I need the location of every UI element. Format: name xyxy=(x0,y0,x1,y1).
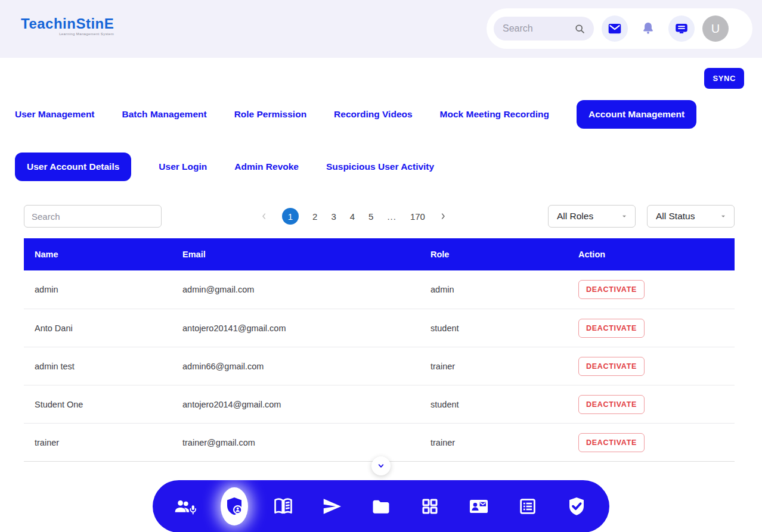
grid-icon xyxy=(420,496,440,517)
chevron-down-icon xyxy=(621,213,628,220)
shield-check-icon xyxy=(566,496,587,517)
deactivate-button[interactable]: DEACTIVATE xyxy=(578,280,645,299)
list-icon xyxy=(518,496,538,517)
chevron-down-icon xyxy=(376,461,386,471)
shield-user-icon xyxy=(224,496,245,517)
table-row: Anto Dani antojero20141@gmail.com studen… xyxy=(24,309,735,347)
cell-role: student xyxy=(430,323,578,333)
nav-send[interactable] xyxy=(318,496,346,517)
main-tab-bar: User Management Batch Management Role Pe… xyxy=(15,100,696,129)
nav-courses[interactable] xyxy=(270,495,297,518)
deactivate-button[interactable]: DEACTIVATE xyxy=(578,319,645,338)
tab-recording-videos[interactable]: Recording Videos xyxy=(334,109,413,120)
column-header-role: Role xyxy=(430,250,578,259)
page-ellipsis: ... xyxy=(387,211,397,222)
nav-dashboard[interactable] xyxy=(416,496,444,517)
nav-contact[interactable] xyxy=(465,495,492,518)
top-header: TeachinStinE Learning Management System xyxy=(0,0,762,58)
sub-tab-bar: User Account Details User Login Admin Re… xyxy=(15,153,434,181)
sync-button[interactable]: SYNC xyxy=(704,68,744,89)
header-toolbar: U xyxy=(487,8,752,49)
tab-batch-management[interactable]: Batch Management xyxy=(122,109,207,120)
open-book-icon xyxy=(272,495,295,518)
deactivate-button[interactable]: DEACTIVATE xyxy=(578,395,645,414)
folder-icon xyxy=(370,496,392,517)
table-row: trainer trainer@gmail.com trainer DEACTI… xyxy=(24,423,735,461)
mail-icon xyxy=(607,21,622,36)
active-nav-highlight xyxy=(221,487,248,525)
cell-name: admin xyxy=(24,285,182,294)
table-header-row: Name Email Role Action xyxy=(24,238,735,270)
table-search-input[interactable] xyxy=(24,205,162,228)
nav-users-mic[interactable] xyxy=(172,496,199,517)
nav-forms[interactable] xyxy=(514,496,541,517)
deactivate-button[interactable]: DEACTIVATE xyxy=(578,433,645,452)
nav-files[interactable] xyxy=(367,496,395,517)
pagination: 1 2 3 4 5 ... 170 xyxy=(260,208,447,225)
subtab-user-login[interactable]: User Login xyxy=(159,161,207,172)
cell-role: trainer xyxy=(430,438,578,447)
notifications-button[interactable] xyxy=(636,21,661,36)
roles-filter-select[interactable]: All Roles xyxy=(548,205,636,228)
page-button[interactable]: 4 xyxy=(350,211,355,222)
table-row: admin test admin66@gmail.com trainer DEA… xyxy=(24,347,735,385)
subtab-admin-revoke[interactable]: Admin Revoke xyxy=(234,161,299,172)
search-icon xyxy=(574,23,586,35)
cell-email: antojero2014@gmail.com xyxy=(182,400,430,409)
cell-name: Student One xyxy=(24,400,182,409)
user-avatar[interactable]: U xyxy=(702,15,729,42)
subtab-user-account-details[interactable]: User Account Details xyxy=(15,153,131,181)
cell-email: antojero20141@gmail.com xyxy=(182,323,430,333)
column-header-email: Email xyxy=(182,250,430,259)
page-button[interactable]: 3 xyxy=(331,211,336,222)
table-row: admin admin@gmail.com admin DEACTIVATE xyxy=(24,270,735,309)
column-header-action: Action xyxy=(578,250,735,259)
table-row: Student One antojero2014@gmail.com stude… xyxy=(24,385,735,423)
logo-title: TeachinStinE xyxy=(21,17,114,31)
tab-role-permission[interactable]: Role Permission xyxy=(234,109,306,120)
contact-card-icon xyxy=(467,495,490,518)
users-mic-icon xyxy=(173,496,198,517)
cell-role: trainer xyxy=(430,362,578,371)
column-header-name: Name xyxy=(24,250,182,259)
tab-user-management[interactable]: User Management xyxy=(15,109,95,120)
cell-email: trainer@gmail.com xyxy=(182,438,430,447)
cell-role: admin xyxy=(430,285,578,294)
bell-icon xyxy=(640,21,656,36)
cell-email: admin66@gmail.com xyxy=(182,362,430,371)
cell-name: trainer xyxy=(24,438,182,447)
prev-page-icon[interactable] xyxy=(260,212,268,220)
status-filter-select[interactable]: All Status xyxy=(647,205,735,228)
chevron-down-icon xyxy=(720,213,727,220)
nav-verified[interactable] xyxy=(563,496,590,517)
deactivate-button[interactable]: DEACTIVATE xyxy=(578,357,645,376)
bottom-navigation-bar xyxy=(153,480,609,532)
page-button[interactable]: 1 xyxy=(282,208,299,225)
tab-mock-meeting-recording[interactable]: Mock Meeting Recording xyxy=(440,109,549,120)
avatar-initial: U xyxy=(711,22,720,36)
global-search[interactable] xyxy=(494,17,594,41)
cell-email: admin@gmail.com xyxy=(182,285,430,294)
chat-button[interactable] xyxy=(668,15,695,42)
app-logo: TeachinStinE Learning Management System xyxy=(21,17,114,36)
subtab-suspicious-user-activity[interactable]: Suspicious User Activity xyxy=(326,161,434,172)
mail-button[interactable] xyxy=(602,15,628,42)
page-button[interactable]: 5 xyxy=(368,211,373,222)
expand-more-button[interactable] xyxy=(371,456,391,475)
logo-tagline: Learning Management System xyxy=(21,32,114,36)
cell-name: Anto Dani xyxy=(24,323,182,333)
user-accounts-table: Name Email Role Action admin admin@gmail… xyxy=(24,238,735,462)
tab-account-management[interactable]: Account Management xyxy=(577,100,696,129)
nav-account-shield[interactable] xyxy=(221,487,248,525)
cell-name: admin test xyxy=(24,362,182,371)
next-page-icon[interactable] xyxy=(439,212,447,220)
page-button[interactable]: 2 xyxy=(312,211,317,222)
page-button[interactable]: 170 xyxy=(410,211,425,222)
table-controls: 1 2 3 4 5 ... 170 All Roles All Status xyxy=(24,205,735,228)
global-search-input[interactable] xyxy=(501,23,574,35)
paper-plane-icon xyxy=(321,496,343,517)
cell-role: student xyxy=(430,400,578,409)
status-filter-value: All Status xyxy=(656,211,695,222)
roles-filter-value: All Roles xyxy=(557,211,593,222)
filter-dropdowns: All Roles All Status xyxy=(548,205,735,228)
